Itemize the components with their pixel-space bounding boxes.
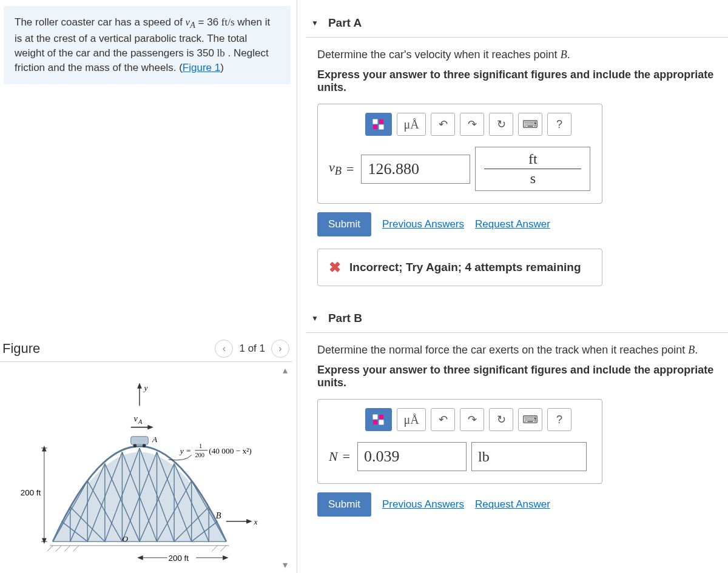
scroll-up-icon[interactable]: ▴ [283, 364, 288, 376]
var-vb: vB [329, 159, 342, 178]
part-a-title: Part A [328, 16, 362, 30]
help-button[interactable]: ? [547, 113, 571, 136]
equals: = [343, 449, 350, 464]
svg-line-35 [64, 546, 70, 552]
svg-line-33 [47, 546, 53, 552]
part-b-unit-input[interactable] [471, 442, 587, 471]
axis-y-label: y [143, 383, 148, 392]
figure-prev-button[interactable]: ‹ [215, 340, 233, 358]
svg-marker-56 [223, 555, 229, 560]
templates-button[interactable] [365, 408, 392, 431]
units-button[interactable]: μÅ [397, 408, 426, 431]
part-b-title: Part B [328, 312, 362, 325]
text: = 36 [195, 16, 221, 28]
part-b-previous-answers-link[interactable]: Previous Answers [382, 498, 464, 511]
svg-marker-52 [42, 446, 47, 452]
part-a-prompt: Determine the car's velocity when it rea… [317, 49, 724, 61]
svg-marker-3 [246, 519, 252, 524]
height-label: 200 ft [21, 488, 41, 497]
sub-a: A [190, 20, 195, 30]
part-a-unit-input[interactable]: ft s [475, 147, 590, 191]
svg-marker-1 [137, 383, 142, 389]
part-b-answer-box: μÅ ↶ ↷ ↻ ⌨ ? N = [317, 399, 602, 484]
feedback-text: Incorrect; Try Again; 4 attempts remaini… [349, 261, 581, 274]
svg-rect-69 [373, 420, 377, 424]
unit: lb [217, 47, 225, 59]
svg-text:200: 200 [195, 452, 204, 458]
undo-button[interactable]: ↶ [431, 408, 455, 431]
problem-statement: The roller coaster car has a speed of vA… [4, 6, 291, 84]
svg-text:B: B [216, 511, 221, 520]
part-a-feedback: ✖ Incorrect; Try Again; 4 attempts remai… [317, 249, 602, 286]
units-button[interactable]: μÅ [397, 113, 426, 136]
svg-text:v: v [133, 414, 138, 423]
text: ) [220, 62, 224, 73]
part-a-previous-answers-link[interactable]: Previous Answers [382, 218, 464, 230]
figure-link[interactable]: Figure 1 [183, 62, 220, 73]
help-button[interactable]: ? [547, 408, 571, 431]
part-b-hint: Express your answer to three significant… [317, 364, 724, 389]
var-v: v [186, 16, 190, 28]
part-b-request-answer-link[interactable]: Request Answer [475, 498, 550, 511]
part-a-submit-button[interactable]: Submit [317, 212, 371, 236]
part-b-header[interactable]: ▼ Part B [306, 304, 728, 333]
redo-button[interactable]: ↷ [460, 408, 484, 431]
incorrect-icon: ✖ [329, 259, 341, 276]
part-a-value-input[interactable] [361, 155, 470, 184]
svg-rect-70 [379, 420, 383, 424]
keyboard-button[interactable]: ⌨ [518, 113, 542, 136]
svg-marker-53 [42, 538, 47, 545]
svg-rect-63 [373, 119, 377, 124]
figure-title: Figure [2, 341, 40, 357]
width-label: 200 ft [169, 554, 189, 563]
unit: ft/s [221, 16, 235, 28]
svg-line-36 [73, 546, 79, 552]
svg-rect-64 [379, 119, 383, 124]
figure-next-button[interactable]: › [271, 340, 289, 358]
collapse-icon: ▼ [311, 19, 318, 27]
reset-button[interactable]: ↻ [489, 113, 513, 136]
svg-text:O: O [122, 534, 128, 543]
equals: = [346, 161, 354, 177]
svg-line-37 [212, 546, 218, 552]
svg-rect-67 [373, 415, 377, 419]
part-a-request-answer-link[interactable]: Request Answer [475, 218, 550, 230]
figure-pager: 1 of 1 [239, 343, 265, 355]
svg-text:y =: y = [179, 447, 191, 456]
svg-line-34 [56, 546, 62, 552]
svg-rect-66 [379, 125, 383, 129]
svg-rect-39 [131, 437, 149, 444]
undo-button[interactable]: ↶ [431, 113, 455, 136]
part-a-answer-box: μÅ ↶ ↷ ↻ ⌨ ? vB = ft s [317, 104, 602, 204]
keyboard-button[interactable]: ⌨ [518, 408, 542, 431]
reset-button[interactable]: ↻ [489, 408, 513, 431]
svg-marker-55 [137, 555, 143, 560]
svg-text:(40 000 − x²): (40 000 − x²) [209, 447, 251, 456]
svg-marker-43 [147, 425, 153, 430]
part-a-header[interactable]: ▼ Part A [306, 9, 728, 38]
redo-button[interactable]: ↷ [460, 113, 484, 136]
templates-button[interactable] [365, 113, 392, 136]
scroll-down-icon[interactable]: ▾ [283, 559, 288, 571]
part-b-submit-button[interactable]: Submit [317, 492, 371, 517]
svg-point-40 [133, 444, 137, 447]
collapse-icon: ▼ [311, 314, 318, 323]
var-n: N [329, 449, 338, 464]
text: The roller coaster car has a speed of [15, 16, 186, 28]
part-b-prompt: Determine the normal force the car exert… [317, 344, 724, 357]
svg-rect-65 [373, 125, 377, 129]
svg-point-41 [143, 444, 146, 447]
svg-text:A: A [138, 418, 143, 425]
axis-x-label: x [254, 517, 258, 526]
svg-line-38 [220, 546, 226, 552]
part-b-value-input[interactable] [357, 442, 467, 471]
svg-text:1: 1 [199, 443, 202, 449]
part-a-hint: Express your answer to three significant… [317, 69, 724, 94]
svg-text:A: A [152, 435, 158, 444]
svg-rect-68 [379, 415, 383, 419]
figure-image: y x [0, 362, 278, 573]
